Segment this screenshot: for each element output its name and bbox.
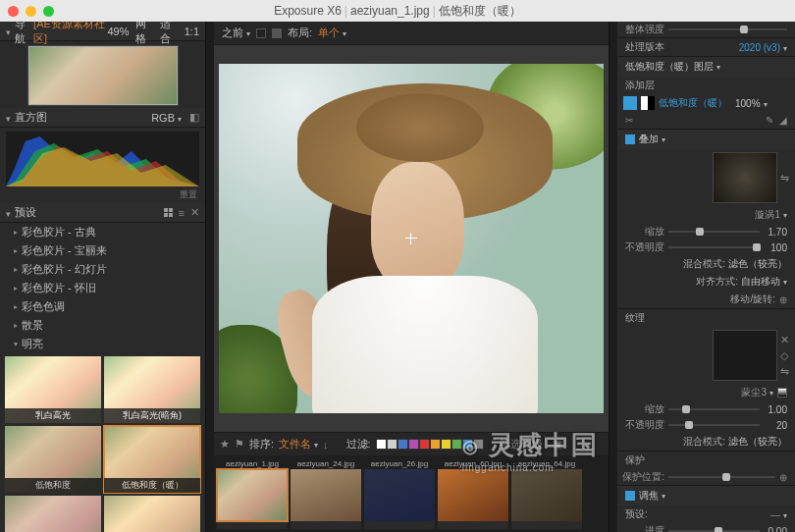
color-swatch[interactable] [462,439,473,450]
layer-opacity[interactable]: 100% [735,98,768,109]
before-toggle[interactable]: 之前 [222,26,250,40]
zoom-icon[interactable] [43,6,54,17]
texture-preview-2[interactable] [713,330,777,381]
color-swatch[interactable] [408,439,419,450]
progress-slider[interactable] [668,526,760,532]
layer-item[interactable]: 低饱和度（暖） 100% [617,94,795,112]
tex-flip-icon[interactable]: ⇋ [780,365,789,378]
tex-nav-icon[interactable]: ◇ [780,349,789,362]
titlebar: Exposure X6|aeziyuan_1.jpg|低饱和度（暖） [0,0,795,22]
scale-slider[interactable] [668,227,760,237]
color-swatch[interactable] [387,439,398,450]
layer-visible-icon[interactable] [623,96,637,110]
histogram-toggle-icon[interactable]: ◧ [189,111,199,124]
histogram-mode[interactable]: RGB [151,112,182,124]
mask-swatch-a[interactable] [256,28,266,38]
tex-invert-icon[interactable] [777,388,787,398]
nav-thumbnail[interactable] [27,45,179,106]
color-swatch[interactable] [376,439,387,450]
tex-flip-h-icon[interactable]: ⇋ [780,172,789,185]
move-handle-icon[interactable]: ⊕ [779,294,787,305]
brush-icon[interactable]: ✎ [766,115,773,126]
tex-close-icon[interactable]: ✕ [780,334,789,346]
crop-icon[interactable]: ✂ [625,115,633,126]
preset-category-open[interactable]: 明亮 [0,335,205,353]
focus-preset[interactable]: — [770,509,787,520]
color-swatch[interactable] [451,439,462,450]
layout-label: 布局: [288,26,312,40]
nav-ratio[interactable]: 1:1 [185,26,199,37]
filmstrip-item[interactable]: aeziyuan_1.jpg [217,458,288,529]
color-swatch[interactable] [441,439,451,450]
focus-header[interactable]: 调焦 [617,486,795,505]
preset-thumb[interactable]: 复古色彩 [104,496,200,532]
preset-thumb[interactable]: 乳白高光(暗角) [104,356,200,423]
left-rail[interactable] [205,22,214,532]
filmstrip-item[interactable]: aeziyuan_64.jpg [511,458,582,529]
overlay-header[interactable]: 叠加 [617,130,795,149]
filmstrip-item[interactable]: aeziyuan_24.jpg [291,458,361,529]
filmstrip-item[interactable]: aeziyuan_26.jpg [364,458,435,529]
preset-grid: 乳白高光乳白高光(暗角)低饱和度低饱和度（暖）光束复古色彩暗角膜族 [0,353,205,532]
filter-flag-icon[interactable]: ⚑ [235,438,244,451]
opacity-slider[interactable] [668,242,760,252]
viewer-toolbar: 之前 布局: 单个 [214,22,609,45]
color-swatch[interactable] [398,439,408,450]
preset-category[interactable]: 散景 [0,316,205,335]
opacity2-slider[interactable] [668,420,760,430]
blend-mode-2[interactable]: 滤色（较亮） [728,435,787,449]
window-controls [8,6,54,17]
histogram-header[interactable]: 直方图 RGB ◧ [0,108,205,128]
left-panel: 导航[AE资源素材社区] 49% 网格 适合 1:1 直方图 RGB ◧ 重置 [0,22,205,532]
layers-header[interactable]: 低饱和度（暖） 图层 [617,57,795,77]
tex1-name[interactable]: 漩涡1 [755,208,787,222]
preset-thumb[interactable]: 低饱和度（暖） [104,426,200,493]
sort-value[interactable]: 文件名 [279,437,318,452]
preset-category[interactable]: 彩色胶片 - 宝丽来 [0,241,205,260]
filmstrip-toolbar: ★ ⚑ 排序: 文件名 ↓ 过滤: 筛选评级 ▣ [214,432,609,455]
filter-label: 过滤: [346,437,371,452]
color-swatch[interactable] [430,439,441,450]
preset-category[interactable]: 彩色胶片 - 怀旧 [0,279,205,297]
protect-slider[interactable] [668,472,775,482]
preset-search-icon[interactable]: ✕ [190,206,199,219]
right-rail[interactable] [609,22,617,532]
mask-swatch-b[interactable] [272,28,282,38]
nav-zoom: 49% [107,26,129,37]
protect-handle-icon[interactable]: ⊕ [779,472,787,483]
color-swatch[interactable] [419,439,430,450]
nav-header[interactable]: 导航[AE资源素材社区] 49% 网格 适合 1:1 [0,22,205,41]
histogram-reset[interactable]: 重置 [0,188,205,203]
presets-header[interactable]: 预设 ≡ ✕ [0,203,205,223]
preset-category[interactable]: 彩色色调 [0,297,205,316]
preset-thumb[interactable]: 乳白高光 [5,356,101,423]
color-filter[interactable] [376,439,484,450]
strength-slider[interactable] [668,25,787,34]
align-mode[interactable]: 自由移动 [741,275,787,289]
color-swatch[interactable] [473,439,484,450]
protect-label: 保护 [617,452,795,469]
version-value[interactable]: 2020 (v3) [739,42,787,53]
texture-preview-1[interactable] [713,152,777,203]
layout-value[interactable]: 单个 [318,26,346,40]
preset-category[interactable]: 彩色胶片 - 幻灯片 [0,260,205,279]
preset-thumb[interactable]: 光束 [5,496,101,532]
filmstrip-toggle-icon[interactable]: ▣ [553,438,562,451]
image-viewer[interactable] [214,45,609,432]
blend-mode[interactable]: 滤色（较亮） [728,257,787,271]
filter-star-icon[interactable]: ★ [220,438,230,451]
filmstrip-item[interactable]: aeziyuan_60.jpg [438,458,508,529]
preset-thumb[interactable]: 低饱和度 [5,426,101,493]
preset-category[interactable]: 彩色胶片 - 古典 [0,223,205,241]
close-icon[interactable] [8,6,19,17]
minimize-icon[interactable] [26,6,36,17]
layer-name: 低饱和度（暖） [659,96,727,110]
grid-view-icon[interactable] [164,208,173,217]
add-layer[interactable]: 添加层 [617,77,795,94]
layer-mask-icon[interactable] [641,96,655,110]
texture-label: 纹理 [617,309,795,327]
list-view-icon[interactable]: ≡ [179,207,185,219]
scale2-slider[interactable] [668,404,760,414]
tex2-name[interactable]: 蒙尘3 [741,386,773,399]
eraser-icon[interactable]: ◢ [779,115,787,126]
